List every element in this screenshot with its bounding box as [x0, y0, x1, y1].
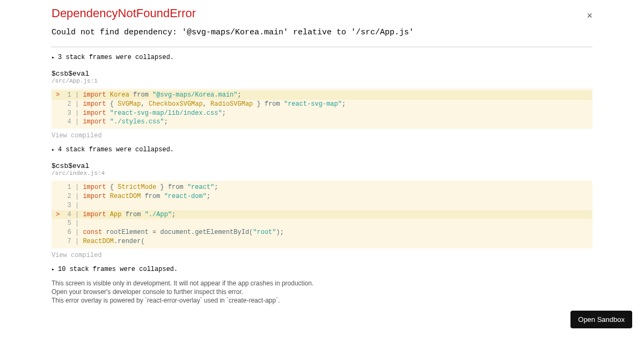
code-line: 2 | import { SVGMap, CheckboxSVGMap, Rad… [52, 100, 592, 109]
error-message: Could not find dependency: '@svg-maps/Ko… [52, 28, 592, 37]
open-sandbox-button[interactable]: Open Sandbox [570, 311, 632, 328]
frame-name: $csb$eval [52, 70, 592, 78]
code-block: > 1 | import Korea from "@svg-maps/Korea… [52, 89, 592, 129]
code-line: 1 | import { StrictMode } from "react"; [52, 183, 592, 192]
footer-line: This error overlay is powered by `react-… [52, 297, 592, 304]
code-line: 3 | import "react-svg-map/lib/index.css"… [52, 109, 592, 118]
stack-collapsed-final[interactable]: 10 stack frames were collapsed. [52, 266, 592, 273]
code-line: 4 | import "./styles.css"; [52, 117, 592, 127]
frame-location: /src/index.js:4 [52, 170, 592, 177]
view-compiled-link[interactable]: View compiled [52, 132, 592, 139]
code-block: 1 | import { StrictMode } from "react"; … [52, 181, 592, 248]
footer-line: Open your browser's developer console to… [52, 288, 592, 296]
stack-collapsed[interactable]: 3 stack frames were collapsed. [52, 54, 592, 61]
code-line: 2 | import ReactDOM from "react-dom"; [52, 192, 592, 201]
frame-name: $csb$eval [52, 162, 592, 170]
footer-line: This screen is visible only in developme… [52, 280, 592, 287]
code-line: 5 | [52, 219, 592, 228]
code-line: 6 | const rootElement = document.getElem… [52, 228, 592, 237]
code-line: 7 | ReactDOM.render( [52, 237, 592, 246]
code-line: > 1 | import Korea from "@svg-maps/Korea… [52, 91, 592, 100]
frame-location: /src/App.js:1 [52, 78, 592, 84]
footer-text: This screen is visible only in developme… [52, 280, 592, 304]
error-title: DependencyNotFoundError [52, 6, 592, 20]
stack-collapsed[interactable]: 4 stack frames were collapsed. [52, 146, 592, 153]
code-line: 3 | [52, 201, 592, 210]
close-icon[interactable]: × [587, 11, 592, 20]
code-line: > 4 | import App from "./App"; [52, 210, 592, 219]
divider [52, 47, 592, 47]
view-compiled-link[interactable]: View compiled [52, 252, 592, 259]
